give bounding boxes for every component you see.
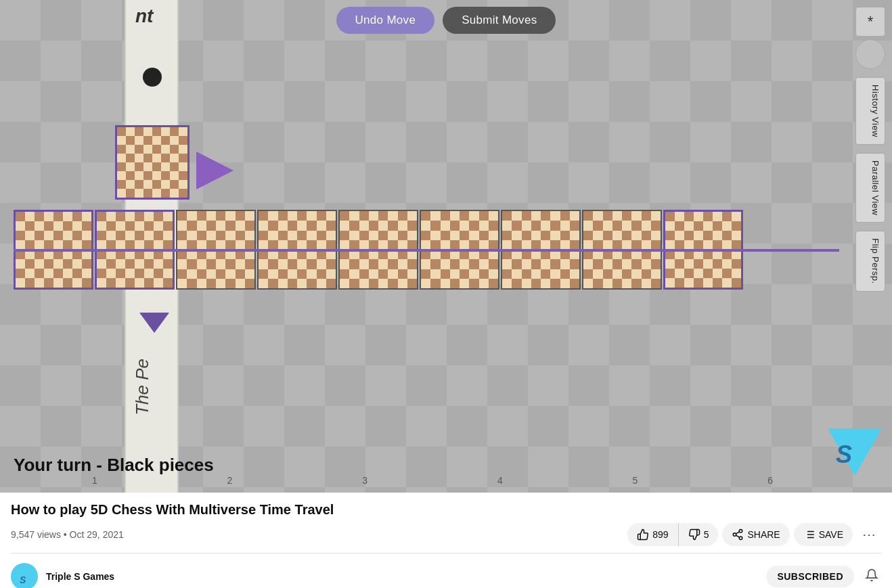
like-dislike-group: 899 5 xyxy=(627,523,718,546)
save-label: SAVE xyxy=(819,529,843,540)
parallel-view-button[interactable]: Parallel View xyxy=(855,153,885,223)
save-button[interactable]: SAVE xyxy=(794,523,853,546)
channel-logo: S xyxy=(828,428,882,482)
history-view-button[interactable]: History View xyxy=(855,77,885,145)
timeline-arrow-down xyxy=(139,313,169,333)
notification-bell-button[interactable] xyxy=(862,566,881,588)
timeline-num-2: 2 xyxy=(227,475,233,486)
flip-persp-button[interactable]: Flip Persp. xyxy=(855,231,885,292)
timeline-num-3: 3 xyxy=(362,475,367,486)
share-button[interactable]: SHARE xyxy=(722,523,789,546)
video-views-date: 9,547 views • Oct 29, 2021 xyxy=(11,529,124,540)
thumbs-down-icon xyxy=(688,528,700,541)
board-grid xyxy=(117,127,187,198)
avatar-logo: S xyxy=(12,564,37,588)
submit-moves-button[interactable]: Submit Moves xyxy=(443,7,556,34)
turn-indicator: Your turn - Black pieces xyxy=(14,455,214,476)
svg-point-0 xyxy=(740,530,743,533)
timeline-label-bottom: The Pe xyxy=(132,359,153,415)
board-right-arrow xyxy=(196,152,233,189)
share-label: SHARE xyxy=(747,529,780,540)
timeline-num-1: 1 xyxy=(92,475,97,486)
thumbs-up-icon xyxy=(637,528,649,541)
timeline-num-6: 6 xyxy=(767,475,773,486)
video-player: Undo Move Submit Moves * History View Pa… xyxy=(0,0,892,493)
channel-row: S Triple S Games SUBSCRIBED xyxy=(11,553,881,588)
svg-line-4 xyxy=(736,532,740,534)
circle-button[interactable] xyxy=(855,39,885,69)
svg-text:S: S xyxy=(20,574,26,585)
subscribe-button[interactable]: SUBSCRIBED xyxy=(766,566,854,587)
asterisk-button[interactable]: * xyxy=(855,7,885,37)
save-icon xyxy=(803,528,816,541)
top-controls: Undo Move Submit Moves xyxy=(0,7,892,34)
timeline-num-4: 4 xyxy=(497,475,503,486)
purple-timeline-line xyxy=(14,249,839,252)
channel-avatar[interactable]: S xyxy=(11,563,38,588)
dislike-button[interactable]: 5 xyxy=(679,523,719,546)
channel-name: Triple S Games xyxy=(46,571,114,582)
action-buttons: 899 5 SHARE xyxy=(627,523,881,546)
like-count: 899 xyxy=(652,529,668,540)
bell-icon xyxy=(865,568,878,582)
timeline-numbers: 1 2 3 4 5 6 xyxy=(27,475,838,486)
dislike-count: 5 xyxy=(704,529,709,540)
more-options-button[interactable]: ⋯ xyxy=(857,524,881,545)
svg-point-1 xyxy=(734,533,737,537)
video-title: How to play 5D Chess With Multiverse Tim… xyxy=(11,502,881,518)
video-meta-row: 9,547 views • Oct 29, 2021 899 5 xyxy=(11,523,881,546)
share-icon xyxy=(732,528,744,541)
main-chess-board[interactable] xyxy=(115,125,189,200)
logo-s-letter: S xyxy=(836,440,852,469)
below-video-section: How to play 5D Chess With Multiverse Tim… xyxy=(0,493,892,588)
timeline-dot xyxy=(143,68,162,87)
svg-point-2 xyxy=(740,537,743,540)
like-button[interactable]: 899 xyxy=(627,523,678,546)
undo-move-button[interactable]: Undo Move xyxy=(336,7,435,34)
right-controls: * History View Parallel View Flip Persp. xyxy=(855,7,885,292)
timeline-num-5: 5 xyxy=(633,475,638,486)
svg-line-3 xyxy=(736,535,740,537)
